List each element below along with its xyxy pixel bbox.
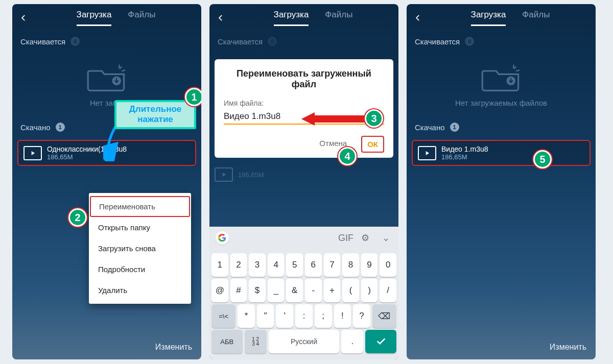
key-6[interactable]: 6 bbox=[305, 253, 322, 277]
tab-files[interactable]: Файлы bbox=[522, 10, 550, 26]
key-8[interactable]: 8 bbox=[342, 253, 359, 277]
gif-icon[interactable]: GIF bbox=[338, 233, 351, 244]
file-row[interactable]: Видео 1.m3u8 186,65M bbox=[412, 140, 591, 166]
step-marker-5: 5 bbox=[533, 150, 552, 168]
key-backspace[interactable]: ⌫ bbox=[372, 304, 396, 328]
key-amp[interactable]: & bbox=[286, 279, 303, 302]
key-1[interactable]: 1 bbox=[211, 253, 228, 277]
key-2[interactable]: 2 bbox=[230, 253, 247, 277]
key-underscore[interactable]: _ bbox=[268, 279, 285, 302]
dialog-title: Переименовать загруженный файл bbox=[224, 68, 384, 90]
video-file-icon bbox=[23, 146, 42, 160]
key-4[interactable]: 4 bbox=[268, 253, 285, 277]
kbd-row-3: =\< * " ' : ; ! ? ⌫ bbox=[211, 304, 396, 328]
key-question[interactable]: ? bbox=[353, 304, 370, 328]
soft-keyboard: 1 2 3 4 5 6 7 8 9 0 @ # $ _ & - + ( ) bbox=[209, 249, 398, 359]
keyboard-suggest-bar: GIF ⚙ ⌄ bbox=[209, 227, 398, 249]
key-plus[interactable]: + bbox=[324, 279, 341, 302]
key-symbols[interactable]: =\< bbox=[211, 304, 235, 328]
dialog-ok-button[interactable]: ОК bbox=[361, 136, 384, 153]
key-rparen[interactable]: ) bbox=[361, 279, 378, 302]
key-mode-abc[interactable]: АБВ bbox=[211, 330, 243, 353]
key-spacebar[interactable]: Русский bbox=[269, 330, 339, 353]
video-file-icon bbox=[418, 146, 436, 160]
kbd-row-2: @ # $ _ & - + ( ) / bbox=[211, 279, 396, 302]
context-menu: Переименовать Открыть папку Загрузить сн… bbox=[89, 193, 191, 304]
key-semicolon[interactable]: ; bbox=[315, 304, 332, 328]
key-dot[interactable]: . bbox=[341, 330, 363, 353]
key-5[interactable]: 5 bbox=[286, 253, 303, 277]
back-icon[interactable] bbox=[411, 11, 425, 25]
ctx-redownload[interactable]: Загрузить снова bbox=[89, 238, 191, 259]
tab-downloads[interactable]: Загрузка bbox=[471, 10, 506, 26]
phone-screen-1: Загрузка Файлы Скачивается 0 Нет загру Д… bbox=[12, 4, 201, 359]
file-name: Видео 1.m3u8 bbox=[441, 145, 488, 153]
phone-screen-3: Загрузка Файлы Скачивается 0 Нет загружа… bbox=[407, 4, 596, 359]
topbar: Загрузка Файлы bbox=[407, 4, 596, 32]
key-dquote[interactable]: " bbox=[257, 304, 274, 328]
key-enter[interactable] bbox=[365, 330, 396, 353]
key-at[interactable]: @ bbox=[211, 279, 228, 302]
key-3[interactable]: 3 bbox=[249, 253, 266, 277]
google-g-icon[interactable] bbox=[216, 231, 229, 245]
key-dollar[interactable]: $ bbox=[249, 279, 266, 302]
downloading-count: 0 bbox=[70, 37, 80, 46]
back-icon[interactable] bbox=[16, 11, 31, 25]
key-squote[interactable]: ' bbox=[276, 304, 293, 328]
downloading-label: Скачивается bbox=[20, 37, 65, 46]
key-7[interactable]: 7 bbox=[324, 253, 341, 277]
downloading-section: Скачивается 0 bbox=[12, 32, 201, 51]
ctx-details[interactable]: Подробности bbox=[89, 259, 191, 280]
arrow-to-input-icon bbox=[299, 111, 366, 127]
longpress-callout: Длительноенажатие bbox=[114, 100, 196, 129]
footer-edit[interactable]: Изменить bbox=[12, 335, 201, 359]
key-minus[interactable]: - bbox=[305, 279, 322, 302]
dialog-scrim: Переименовать загруженный файл Имя файла… bbox=[209, 4, 398, 359]
key-colon[interactable]: : bbox=[295, 304, 313, 328]
file-size: 186,65M bbox=[441, 153, 488, 161]
topbar: Загрузка Файлы bbox=[12, 4, 201, 32]
ctx-open-folder[interactable]: Открыть папку bbox=[89, 217, 191, 238]
key-bang[interactable]: ! bbox=[334, 304, 351, 328]
key-slash[interactable]: / bbox=[380, 279, 396, 302]
step-marker-1: 1 bbox=[185, 88, 201, 106]
downloading-section: Скачивается 0 bbox=[407, 32, 596, 51]
key-star[interactable]: * bbox=[238, 304, 255, 328]
step-marker-3: 3 bbox=[365, 109, 383, 128]
empty-text: Нет загружаемых файлов bbox=[455, 99, 547, 107]
downloaded-section: Скачано 1 bbox=[407, 117, 596, 137]
kbd-row-1: 1 2 3 4 5 6 7 8 9 0 bbox=[211, 253, 396, 277]
chevron-down-icon[interactable]: ⌄ bbox=[379, 232, 392, 244]
footer-edit[interactable]: Изменить bbox=[407, 335, 596, 359]
step-marker-4: 4 bbox=[338, 147, 357, 165]
dialog-field-label: Имя файла: bbox=[224, 99, 384, 107]
phone-screen-2: Загрузка Файлы Скачивается 0 186,65M Пер… bbox=[209, 4, 398, 359]
key-numpad[interactable]: 1 23 4 bbox=[245, 330, 267, 353]
tab-files[interactable]: Файлы bbox=[128, 10, 155, 26]
step-marker-2: 2 bbox=[68, 208, 87, 227]
downloaded-label: Скачано bbox=[20, 123, 51, 132]
kbd-row-4: АБВ 1 23 4 Русский . bbox=[211, 330, 396, 353]
ctx-delete[interactable]: Удалить bbox=[89, 280, 191, 301]
tab-downloads[interactable]: Загрузка bbox=[77, 10, 112, 26]
ctx-rename[interactable]: Переименовать bbox=[90, 196, 190, 217]
key-9[interactable]: 9 bbox=[361, 253, 378, 277]
key-lparen[interactable]: ( bbox=[342, 279, 359, 302]
downloaded-count: 1 bbox=[56, 123, 65, 132]
key-hash[interactable]: # bbox=[230, 279, 247, 302]
key-0[interactable]: 0 bbox=[380, 253, 396, 277]
settings-icon[interactable]: ⚙ bbox=[359, 232, 372, 244]
rename-dialog: Переименовать загруженный файл Имя файла… bbox=[215, 59, 393, 158]
folder-download-icon bbox=[481, 62, 522, 92]
folder-download-icon bbox=[86, 62, 127, 92]
empty-state: Нет загружаемых файлов bbox=[407, 51, 596, 117]
